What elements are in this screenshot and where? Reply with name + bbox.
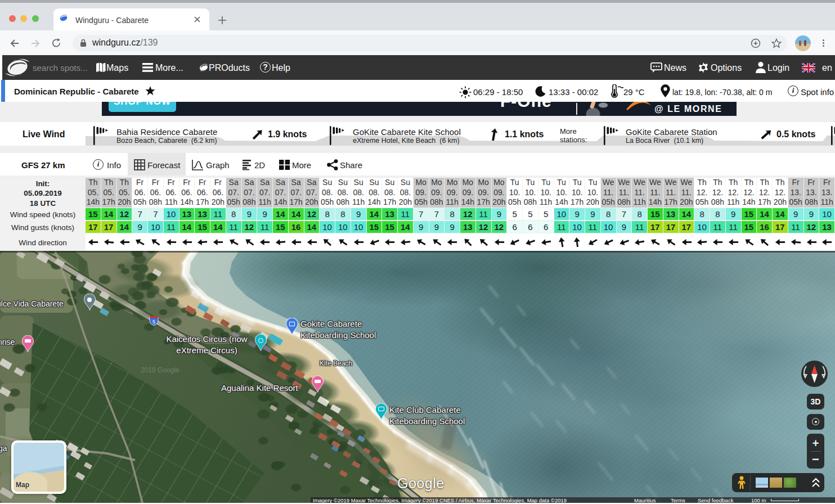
svg-text:5: 5 — [152, 319, 155, 325]
